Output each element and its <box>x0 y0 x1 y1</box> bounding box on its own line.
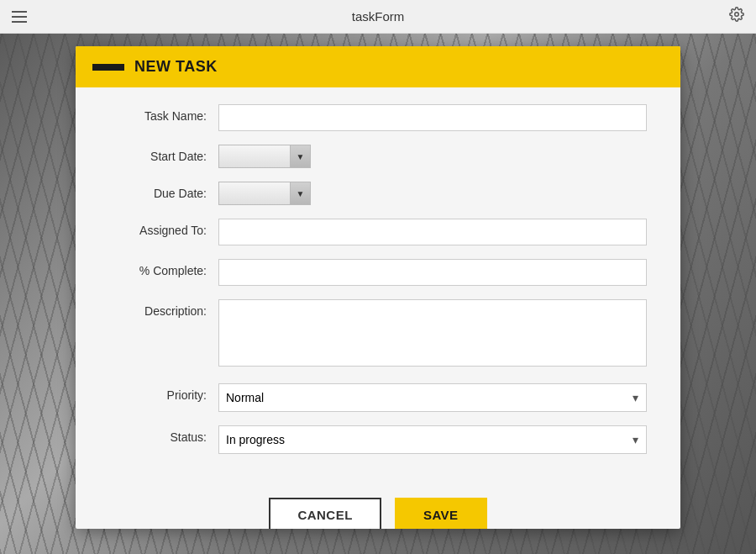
modal-body: Task Name: Start Date: ▼ Due Date: ▼ <box>76 87 680 484</box>
modal-header: NEW TASK <box>76 46 680 87</box>
status-select[interactable]: Not startedIn progressCompletedDeferred <box>218 425 647 454</box>
status-label: Status: <box>109 425 218 444</box>
start-date-dropdown[interactable]: ▼ <box>218 145 311 168</box>
due-date-label: Due Date: <box>109 182 218 200</box>
topbar: taskForm <box>0 0 756 34</box>
percent-complete-label: % Complete: <box>109 259 218 277</box>
task-name-control <box>218 104 647 131</box>
description-label: Description: <box>109 299 218 318</box>
modal-footer: CANCEL SAVE <box>76 484 680 529</box>
description-control <box>218 299 647 370</box>
due-date-arrow-icon: ▼ <box>290 182 310 204</box>
assigned-to-input[interactable] <box>218 219 647 245</box>
app-title: taskForm <box>352 9 405 24</box>
start-date-control: ▼ <box>218 145 647 168</box>
modal-title: NEW TASK <box>134 58 218 76</box>
percent-complete-input[interactable] <box>218 259 647 286</box>
percent-complete-row: % Complete: <box>109 259 647 286</box>
percent-complete-control <box>218 259 647 286</box>
priority-row: Priority: LowNormalHighCritical <box>109 383 647 412</box>
assigned-to-control <box>218 219 647 245</box>
start-date-label: Start Date: <box>109 145 218 163</box>
save-button[interactable]: SAVE <box>395 498 487 529</box>
assigned-to-row: Assigned To: <box>109 219 647 245</box>
status-select-wrapper: Not startedIn progressCompletedDeferred <box>218 425 647 454</box>
menu-button[interactable] <box>12 11 27 23</box>
description-textarea[interactable] <box>218 299 647 367</box>
task-form-modal: NEW TASK Task Name: Start Date: ▼ Due Da… <box>76 46 680 529</box>
start-date-row: Start Date: ▼ <box>109 145 647 168</box>
due-date-dropdown[interactable]: ▼ <box>218 182 311 205</box>
header-accent-bar <box>92 64 124 71</box>
due-date-control: ▼ <box>218 182 647 205</box>
assigned-to-label: Assigned To: <box>109 219 218 237</box>
start-date-arrow-icon: ▼ <box>290 145 310 167</box>
svg-point-0 <box>735 13 739 17</box>
priority-label: Priority: <box>109 383 218 402</box>
task-name-label: Task Name: <box>109 104 218 123</box>
status-control: Not startedIn progressCompletedDeferred <box>218 425 647 454</box>
settings-icon[interactable] <box>729 7 744 26</box>
status-row: Status: Not startedIn progressCompletedD… <box>109 425 647 454</box>
task-name-row: Task Name: <box>109 104 647 131</box>
priority-control: LowNormalHighCritical <box>218 383 647 412</box>
description-row: Description: <box>109 299 647 370</box>
cancel-button[interactable]: CANCEL <box>269 498 381 529</box>
priority-select[interactable]: LowNormalHighCritical <box>218 383 647 412</box>
task-name-input[interactable] <box>218 104 647 131</box>
due-date-row: Due Date: ▼ <box>109 182 647 205</box>
priority-select-wrapper: LowNormalHighCritical <box>218 383 647 412</box>
